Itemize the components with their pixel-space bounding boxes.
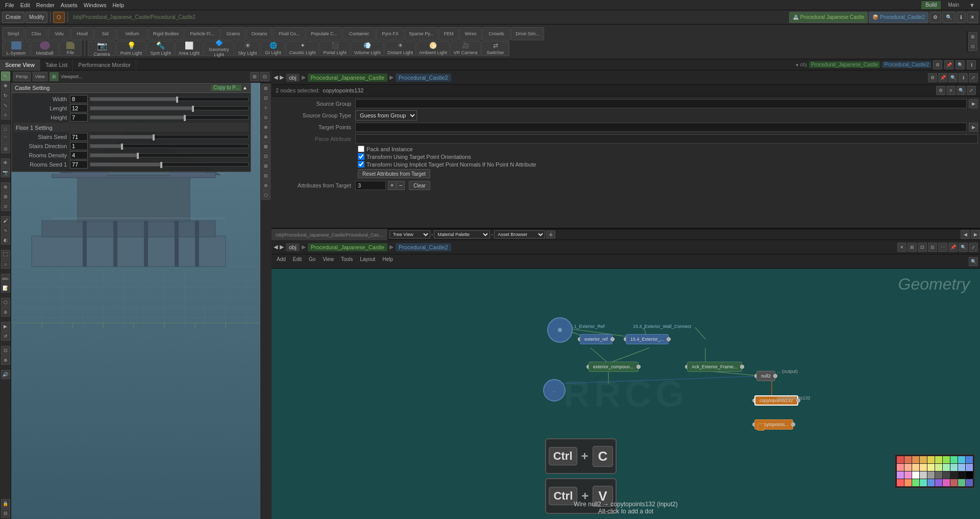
- metaball-btn[interactable]: Metaball: [31, 41, 59, 56]
- swatch-13[interactable]: [920, 464, 927, 471]
- note-tool[interactable]: 📝: [1, 284, 10, 293]
- clear-btn[interactable]: Clear: [409, 181, 430, 190]
- net-expand-btn[interactable]: ⤢: [969, 243, 978, 252]
- swatch-37[interactable]: [950, 479, 958, 486]
- menu-assets[interactable]: Assets: [58, 2, 81, 8]
- vp-rt2[interactable]: ⊡: [261, 93, 271, 103]
- ne-layout-btn[interactable]: Layout: [357, 256, 378, 267]
- net-tab-path[interactable]: /obj/Procedural_Japanese_Castle/Procedur…: [272, 229, 387, 240]
- bc-obj[interactable]: obj: [286, 74, 300, 82]
- net-grid-btn[interactable]: ⊡: [918, 243, 927, 252]
- swatch-36[interactable]: [943, 479, 950, 486]
- fem-btn[interactable]: FEM: [438, 27, 459, 40]
- swatch-26[interactable]: [943, 471, 950, 479]
- pose-tool[interactable]: ⛶: [1, 250, 10, 259]
- swatch-34[interactable]: [927, 479, 935, 486]
- swatch-10[interactable]: [897, 464, 904, 471]
- populate-btn[interactable]: Populate C...: [306, 27, 342, 40]
- audio-tool[interactable]: 🔊: [1, 370, 10, 379]
- swatch-7[interactable]: [950, 456, 958, 463]
- node-label[interactable]: 📦 Procedural_Castle2: [869, 12, 928, 23]
- swatch-12[interactable]: [912, 464, 919, 471]
- sg-arrow-btn[interactable]: ▶: [969, 99, 978, 108]
- vellum-btn[interactable]: Vellum: [117, 27, 148, 40]
- menu-file[interactable]: File: [2, 2, 17, 8]
- node-settings-btn[interactable]: ⚙: [936, 86, 945, 95]
- ne-tools-btn[interactable]: Tools: [338, 256, 356, 267]
- net-expand-right[interactable]: ▶: [971, 230, 980, 239]
- node-exterior-wall[interactable]: 15.4_Exterior_...: [624, 334, 671, 344]
- perf-monitor-tab[interactable]: Performance Monitor: [73, 59, 136, 70]
- swatch-28[interactable]: [958, 471, 965, 479]
- swatch-21[interactable]: [904, 471, 912, 479]
- close-path-btn[interactable]: ✕: [967, 12, 978, 23]
- net-layout-btn[interactable]: ⊟: [928, 243, 937, 252]
- swatch-4[interactable]: [927, 456, 935, 463]
- info-btn[interactable]: ℹ: [957, 12, 966, 23]
- handle-tool[interactable]: ⊞: [1, 192, 10, 201]
- length-slider[interactable]: [90, 106, 249, 110]
- viewport-3d-area[interactable]: Castle Setting Copy to P... ▲ Width: [11, 83, 272, 519]
- plus-btn[interactable]: +: [388, 181, 396, 190]
- volu-btn[interactable]: Volu: [48, 27, 70, 40]
- swatch-32[interactable]: [912, 479, 919, 486]
- add-tab-btn[interactable]: +: [546, 230, 555, 239]
- fluid-btn[interactable]: Fluid Co...: [273, 27, 306, 40]
- sid-btn[interactable]: Sid: [94, 27, 116, 40]
- wires-btn[interactable]: Wires: [459, 27, 482, 40]
- collide-tool[interactable]: ⊗: [1, 356, 10, 365]
- volume-light-btn[interactable]: 💨 Volume Light: [351, 41, 384, 56]
- menu-help[interactable]: Help: [109, 2, 127, 8]
- viewport-3d[interactable]: Castle Setting Copy to P... ▲ Width: [11, 83, 272, 519]
- houd-btn[interactable]: Houd: [71, 27, 93, 40]
- circle-node-1[interactable]: [547, 317, 573, 343]
- swatch-15[interactable]: [935, 464, 942, 471]
- soft-tool[interactable]: ∿: [1, 226, 10, 235]
- stairs-seed-input[interactable]: [70, 133, 88, 141]
- minus-btn[interactable]: −: [397, 181, 405, 190]
- rooms-density-slider[interactable]: [90, 153, 249, 157]
- menu-edit[interactable]: Edit: [17, 2, 33, 8]
- lasso-tool[interactable]: ⌒: [1, 134, 10, 144]
- rooms-seed-input[interactable]: [70, 160, 88, 169]
- bc-project[interactable]: Procedural_Japanese_Castle: [308, 74, 387, 82]
- gi-light-btn[interactable]: 🌐 GI Light: [261, 41, 285, 56]
- node-exterior2[interactable]: exterior_ref: [578, 334, 615, 344]
- snap-tool[interactable]: ⊞: [968, 32, 977, 41]
- width-slider[interactable]: [90, 97, 249, 101]
- swatch-38[interactable]: [958, 479, 965, 486]
- swatch-33[interactable]: [920, 479, 927, 486]
- net-bc-project[interactable]: Procedural_Japanese_Castle: [308, 243, 387, 251]
- extra-tool[interactable]: ⊚: [1, 308, 10, 317]
- crowds-btn[interactable]: Crowds: [482, 27, 510, 40]
- scene-view-tab[interactable]: Scene View: [0, 59, 40, 70]
- width-input[interactable]: [70, 95, 88, 103]
- vp-rt6[interactable]: ⊕: [261, 132, 271, 141]
- swatch-1[interactable]: [904, 456, 912, 463]
- ne-search-btn4[interactable]: 🔍: [969, 257, 978, 266]
- simpl-btn[interactable]: Simpl: [2, 27, 24, 40]
- vp-rt7[interactable]: ⊠: [261, 142, 271, 151]
- source-group-type-select[interactable]: Guess from Group Points Primitives: [355, 110, 417, 121]
- layout-btn[interactable]: ⊞: [50, 72, 59, 81]
- vp-rt8[interactable]: ⊡: [261, 152, 271, 161]
- oceans-btn[interactable]: Oceans: [247, 27, 272, 40]
- tab-search-btn[interactable]: 🔍: [955, 60, 965, 69]
- rigid-btn[interactable]: Rigid Bodies: [148, 27, 184, 40]
- select-tool[interactable]: ↖: [1, 72, 10, 81]
- vp-tool1[interactable]: ⊞: [250, 72, 259, 81]
- node-green1[interactable]: exterior_compoun...: [586, 362, 641, 372]
- swatch-18[interactable]: [958, 464, 965, 471]
- window-controls[interactable]: ▼: [966, 2, 978, 8]
- node-network-area[interactable]: RRCG Geometry: [272, 269, 980, 519]
- tab-close-btn[interactable]: ℹ: [967, 60, 976, 69]
- sparsepy-btn[interactable]: Sparse Py...: [405, 27, 438, 40]
- swatch-17[interactable]: [950, 464, 958, 471]
- menu-render[interactable]: Render: [33, 2, 58, 8]
- bc-node[interactable]: Procedural_Castle2: [396, 74, 451, 82]
- circle-node-2[interactable]: ...: [543, 379, 566, 402]
- geometry-light-btn[interactable]: 🔷 GeometryLight: [204, 41, 234, 56]
- props-search[interactable]: 🔍: [948, 73, 958, 82]
- height-slider[interactable]: [90, 115, 249, 120]
- net-dots-btn[interactable]: ⋯: [938, 243, 947, 252]
